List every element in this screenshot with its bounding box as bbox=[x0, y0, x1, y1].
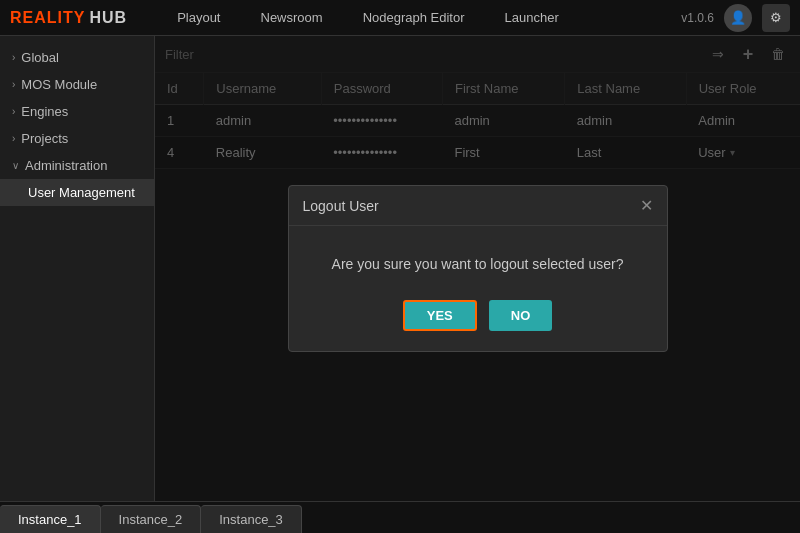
confirm-no-button[interactable]: NO bbox=[489, 300, 553, 331]
modal-actions: YES NO bbox=[309, 300, 647, 331]
gear-icon: ⚙ bbox=[770, 10, 782, 25]
sidebar-item-label: Projects bbox=[21, 131, 68, 146]
modal-overlay: Logout User ✕ Are you sure you want to l… bbox=[155, 36, 800, 501]
bottom-tab-instance1[interactable]: Instance_1 bbox=[0, 505, 101, 533]
logout-user-modal: Logout User ✕ Are you sure you want to l… bbox=[288, 185, 668, 352]
sidebar-subitem-user-management[interactable]: User Management bbox=[0, 179, 154, 206]
logo-reality: REALITY bbox=[10, 9, 85, 27]
sidebar-item-projects[interactable]: › Projects bbox=[0, 125, 154, 152]
topnav: REALITY HUB Playout Newsroom Nodegraph E… bbox=[0, 0, 800, 36]
sidebar-item-engines[interactable]: › Engines bbox=[0, 98, 154, 125]
logo-hub: HUB bbox=[89, 9, 127, 27]
arrow-icon: › bbox=[12, 106, 15, 117]
sidebar-item-label: Global bbox=[21, 50, 59, 65]
sidebar-item-mos-module[interactable]: › MOS Module bbox=[0, 71, 154, 98]
user-avatar-button[interactable]: 👤 bbox=[724, 4, 752, 32]
user-icon: 👤 bbox=[730, 10, 746, 25]
arrow-icon: › bbox=[12, 133, 15, 144]
nav-newsroom[interactable]: Newsroom bbox=[241, 0, 343, 36]
modal-title: Logout User bbox=[303, 198, 379, 214]
bottom-tab-instance3[interactable]: Instance_3 bbox=[201, 505, 302, 533]
settings-button[interactable]: ⚙ bbox=[762, 4, 790, 32]
modal-header: Logout User ✕ bbox=[289, 186, 667, 226]
modal-message: Are you sure you want to logout selected… bbox=[309, 256, 647, 272]
main-layout: › Global › MOS Module › Engines › Projec… bbox=[0, 36, 800, 501]
sidebar: › Global › MOS Module › Engines › Projec… bbox=[0, 36, 155, 501]
nav-nodegraph-editor[interactable]: Nodegraph Editor bbox=[343, 0, 485, 36]
app-logo: REALITY HUB bbox=[10, 9, 127, 27]
arrow-icon: › bbox=[12, 79, 15, 90]
arrow-down-icon: ∨ bbox=[12, 160, 19, 171]
nav-links: Playout Newsroom Nodegraph Editor Launch… bbox=[157, 0, 681, 36]
confirm-yes-button[interactable]: YES bbox=[403, 300, 477, 331]
sidebar-item-global[interactable]: › Global bbox=[0, 44, 154, 71]
nav-right: v1.0.6 👤 ⚙ bbox=[681, 4, 790, 32]
sidebar-item-label: Engines bbox=[21, 104, 68, 119]
modal-close-button[interactable]: ✕ bbox=[640, 196, 653, 215]
sidebar-item-administration[interactable]: ∨ Administration bbox=[0, 152, 154, 179]
bottom-tab-instance2[interactable]: Instance_2 bbox=[101, 505, 202, 533]
sidebar-subitem-label: User Management bbox=[28, 185, 135, 200]
version-label: v1.0.6 bbox=[681, 11, 714, 25]
sidebar-item-label: Administration bbox=[25, 158, 107, 173]
bottom-tabs: Instance_1 Instance_2 Instance_3 bbox=[0, 501, 800, 533]
sidebar-item-label: MOS Module bbox=[21, 77, 97, 92]
nav-launcher[interactable]: Launcher bbox=[485, 0, 579, 36]
modal-body: Are you sure you want to logout selected… bbox=[289, 226, 667, 351]
nav-playout[interactable]: Playout bbox=[157, 0, 240, 36]
arrow-icon: › bbox=[12, 52, 15, 63]
content-area: Filter ⇒ + 🗑 Id Username bbox=[155, 36, 800, 501]
